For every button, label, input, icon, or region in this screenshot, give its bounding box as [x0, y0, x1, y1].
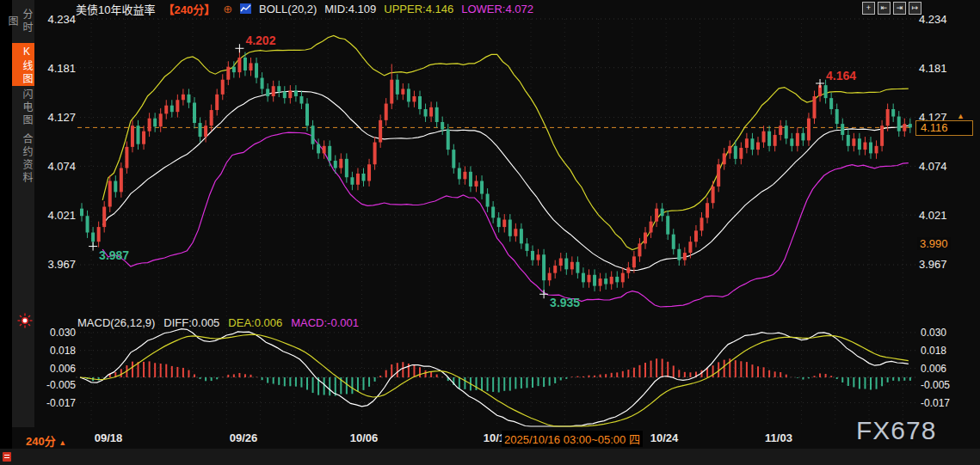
prev-close-badge: 3.990	[917, 237, 951, 250]
macd-diff-value: DIFF:0.005	[163, 316, 219, 329]
y-axis-label-right: 3.967	[919, 258, 947, 271]
boll-indicator-label: BOLL(20,2)	[259, 3, 317, 15]
macd-axis-label-right: 0.030	[921, 327, 946, 339]
x-axis-label: 09/18	[95, 431, 123, 444]
watermark: FX678	[856, 416, 936, 445]
boll-upper-value: UPPER:4.146	[384, 3, 453, 15]
chart-header: 美债10年收益率 【240分】 ⊕ BOLL(20,2) MID:4.109 U…	[76, 1, 533, 16]
y-axis-label-right: 4.074	[919, 160, 947, 173]
macd-axis-label-right: -0.005	[921, 379, 950, 391]
y-axis-label-left: 4.234	[45, 13, 76, 26]
chart-tool-icons: + ⇤ ⇥ ↦	[862, 2, 921, 15]
macd-axis-label-left: 0.006	[43, 363, 76, 375]
y-axis-label-right: 4.021	[919, 209, 947, 222]
period-tag[interactable]: 【240分】	[163, 1, 215, 17]
extreme-price-label: 4.202	[245, 34, 275, 47]
macd-axis-label-left: 0.018	[43, 345, 76, 357]
bollinger-bands	[102, 35, 909, 307]
pan-right-icon[interactable]: ↦	[909, 2, 921, 15]
crosshair-icon[interactable]: +	[862, 2, 875, 15]
macd-indicator-label: MACD(26,12,9)	[77, 316, 155, 329]
current-price-badge: 4.116	[915, 120, 973, 136]
extreme-price-label: 3.987	[99, 248, 129, 262]
indicator-settings-icon[interactable]	[17, 313, 33, 328]
macd-axis-label-right: 0.018	[921, 345, 946, 357]
macd-axis-label-left: 0.030	[43, 327, 76, 339]
y-axis-label-left: 4.181	[45, 62, 76, 75]
macd-axis-label-left: -0.005	[43, 379, 76, 391]
line-chart-icon	[240, 3, 251, 14]
y-axis-label-left: 4.074	[45, 160, 76, 173]
zoom-out-horizontal-icon[interactable]: ⇥	[893, 2, 906, 15]
chart-application: 3.9874.2023.9354.164 分时图 K线图 闪电图 合约资料 美债…	[0, 0, 980, 465]
boll-mid-value: MID:4.109	[324, 3, 376, 15]
macd-hist-value: MACD:-0.001	[291, 316, 359, 329]
layout-grid-icon[interactable]	[3, 452, 11, 462]
macd-axis-label-right: 0.006	[921, 363, 946, 375]
price-annotations: 3.9874.2023.9354.164	[89, 34, 856, 309]
chart-canvas[interactable]: 3.9874.2023.9354.164	[0, 0, 980, 465]
crosshair-date-tooltip: 2025/10/16 03:00~05:00 四	[502, 431, 643, 447]
boll-lower-value: LOWER:4.072	[461, 3, 533, 15]
extreme-price-label: 3.935	[550, 296, 580, 309]
macd-header: MACD(26,12,9) DIFF:0.005 DEA:0.006 MACD:…	[77, 316, 359, 329]
x-axis-label: 09/26	[230, 431, 258, 444]
y-axis-label-left: 4.021	[45, 209, 76, 222]
plus-circle-icon[interactable]: ⊕	[223, 3, 232, 15]
zoom-in-horizontal-icon[interactable]: ⇤	[878, 2, 891, 15]
period-indicator[interactable]: 240分 ▲	[26, 432, 66, 449]
macd-axis-label-left: -0.017	[43, 397, 76, 409]
triangle-up-icon: ▲	[59, 438, 66, 447]
y-axis-label-left: 4.127	[45, 111, 76, 124]
x-axis-label: 11/03	[765, 431, 792, 444]
grid	[76, 19, 915, 426]
x-axis-label: 10/24	[650, 431, 679, 444]
x-axis-label: 10/06	[350, 431, 379, 444]
y-axis-label-right: 4.181	[919, 62, 947, 75]
macd-axis-label-right: -0.017	[921, 397, 950, 409]
indicator-toolbar	[0, 449, 980, 465]
macd-dea-value: DEA:0.006	[228, 316, 282, 329]
extreme-price-label: 4.164	[826, 69, 856, 83]
instrument-title: 美债10年收益率	[76, 1, 155, 17]
y-axis-label-left: 3.967	[45, 258, 76, 271]
price-marker-icon: ▲	[957, 112, 965, 120]
y-axis-label-right: 4.234	[919, 13, 947, 26]
